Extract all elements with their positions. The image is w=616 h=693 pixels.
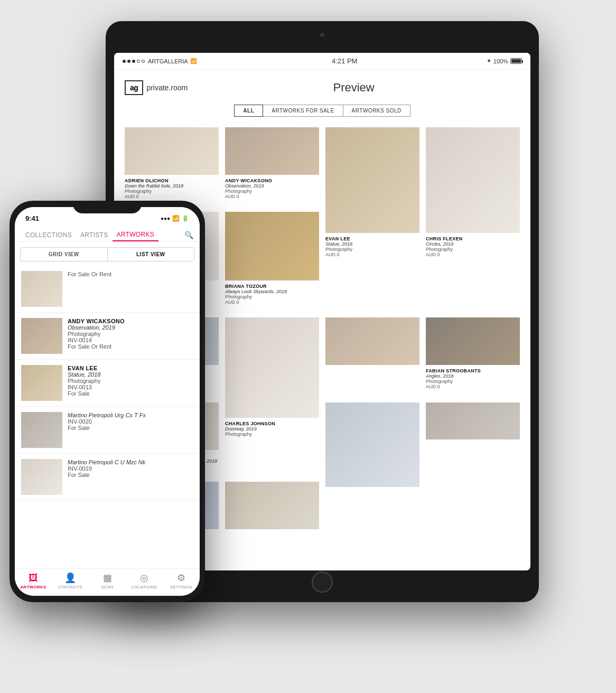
artwork-medium-0: Photography (125, 189, 219, 194)
phone-wifi-icon: 📶 (172, 215, 180, 222)
list-thumb-0 (21, 271, 62, 307)
list-title-3: Martino Pietropoli Urg Cs T Fx (68, 412, 193, 418)
nav-contacts[interactable]: 👤 CONTACTS (52, 572, 89, 589)
list-view-button[interactable]: LIST VIEW (108, 248, 194, 261)
list-status-0: For Sale Or Rent (68, 271, 193, 277)
tab-artworks[interactable]: ARTWORKS (113, 229, 159, 241)
artwork-card-3[interactable]: CHRIS FLEXEN Circles, 2019 Photography A… (426, 127, 520, 311)
signal-dot-1 (123, 60, 126, 63)
logo-box: ag (125, 80, 143, 95)
artwork-price-3: AUD 0 (426, 252, 520, 257)
artwork-image-14 (225, 482, 319, 529)
tablet-camera (320, 33, 324, 37)
signal-dot-4 (137, 60, 140, 63)
nav-artworks[interactable]: 🖼 ARTWORKS (15, 573, 52, 589)
list-info-3: Martino Pietropoli Urg Cs T Fx INV-0020 … (68, 412, 193, 431)
view-toggle: GRID VIEW LIST VIEW (20, 247, 194, 261)
artwork-image-11 (325, 402, 419, 487)
artwork-card-0[interactable]: ADRIEN OLICHON Down the Rabbit hole, 201… (125, 127, 219, 205)
battery-bar (510, 58, 522, 64)
list-thumb-2 (21, 365, 62, 401)
locations-nav-label: LOCATIONS (132, 585, 157, 589)
artwork-card-12[interactable] (426, 402, 520, 475)
phone-screen: 9:41 ●●● 📶 🔋 COLLECTIONS ARTISTS ARTWORK… (15, 207, 200, 596)
filter-sold[interactable]: ARTWORKS SOLD (343, 105, 410, 117)
carrier-name: ARTGALLERIA (148, 58, 188, 64)
artwork-price-0: AUD 0 (125, 194, 219, 199)
nav-settings[interactable]: ⚙ SETTINGS (163, 572, 200, 589)
artwork-image-0 (125, 127, 219, 175)
logo-name: private.room (146, 83, 188, 92)
list-title-4: Martino Pietropoli C U Mzc Nk (68, 459, 193, 465)
list-item-4[interactable]: Martino Pietropoli C U Mzc Nk INV-0019 F… (15, 454, 200, 501)
artwork-card-14[interactable] (225, 482, 319, 560)
settings-nav-icon: ⚙ (177, 572, 185, 584)
battery-pct: 100% (493, 58, 508, 64)
artwork-price-9: AUD 0 (426, 384, 520, 389)
list-medium-2: Photography (68, 378, 193, 384)
artwork-title-9: Angles, 2018 (426, 373, 520, 379)
artwork-price-1: AUD 0 (225, 194, 319, 199)
list-artist-1: ANDY WICAKSONO (68, 318, 193, 324)
signal-dot-3 (132, 60, 135, 63)
signal-dot-2 (127, 60, 130, 63)
list-item-1[interactable]: ANDY WICAKSONO Observation, 2019 Photogr… (15, 313, 200, 360)
artwork-image-1 (225, 127, 319, 175)
artwork-artist-7: CHARLES JOHNSON (225, 421, 319, 426)
list-item-2[interactable]: EVAN LEE Statue, 2018 Photography INV-00… (15, 360, 200, 407)
list-item-3[interactable]: Martino Pietropoli Urg Cs T Fx INV-0020 … (15, 407, 200, 454)
search-icon[interactable]: 🔍 (184, 231, 193, 239)
list-info-1: ANDY WICAKSONO Observation, 2019 Photogr… (68, 318, 193, 350)
artworks-nav-icon: 🖼 (29, 573, 38, 584)
artwork-medium-3: Photography (426, 247, 520, 252)
tab-artists[interactable]: ARTISTS (76, 229, 113, 241)
phone-tabs: COLLECTIONS ARTISTS ARTWORKS 🔍 (15, 224, 200, 242)
wifi-icon: 📶 (190, 58, 197, 64)
artwork-image-3 (426, 127, 520, 233)
list-inv-1: INV-0014 (68, 337, 193, 343)
bluetooth-icon: ✦ (487, 58, 491, 64)
artwork-artist-9: FABIAN STROOBANTS (426, 368, 520, 373)
artwork-card-1[interactable]: ANDY WICAKSONO Observation, 2019 Photogr… (225, 127, 319, 205)
signal-dot-5 (142, 60, 145, 63)
tablet-status-bar: ARTGALLERIA 📶 4:21 PM ✦ 100% (114, 53, 530, 70)
list-info-2: EVAN LEE Statue, 2018 Photography INV-00… (68, 365, 193, 397)
phone-device: 9:41 ●●● 📶 🔋 COLLECTIONS ARTISTS ARTWORK… (10, 201, 205, 602)
tab-collections[interactable]: COLLECTIONS (21, 229, 76, 241)
artwork-image-12 (426, 402, 520, 439)
nav-scan[interactable]: ▦ SCAN (89, 572, 126, 589)
artwork-medium-9: Photography (426, 379, 520, 384)
nav-locations[interactable]: ◎ LOCATIONS (126, 572, 163, 589)
list-title-2: Statue, 2018 (68, 371, 193, 378)
locations-nav-icon: ◎ (140, 572, 148, 584)
battery-fill (511, 59, 521, 63)
artwork-card-2[interactable]: EVAN LEE Statue, 2018 Photography AUD 0 (325, 127, 419, 311)
phone-artwork-list: For Sale Or Rent ANDY WICAKSONO Observat… (15, 266, 200, 568)
artwork-title-1: Observation, 2019 (225, 183, 319, 189)
artwork-image-8 (325, 317, 419, 365)
grid-view-button[interactable]: GRID VIEW (21, 248, 108, 261)
tablet-home-button[interactable] (312, 572, 333, 593)
artwork-card-9[interactable]: FABIAN STROOBANTS Angles, 2018 Photograp… (426, 317, 520, 396)
list-medium-1: Photography (68, 331, 193, 337)
list-item-0[interactable]: For Sale Or Rent (15, 266, 200, 313)
tablet-app-title: Preview (188, 81, 520, 95)
artwork-medium-5: Photography (225, 294, 319, 299)
list-artist-2: EVAN LEE (68, 365, 193, 371)
artwork-card-5[interactable]: BRIANA TOZOUR Always Look Skywards, 2018… (225, 212, 319, 311)
list-info-0: For Sale Or Rent (68, 271, 193, 277)
artwork-card-11[interactable] (325, 402, 419, 560)
filter-for-sale[interactable]: ARTWORKS FOR SALE (263, 105, 343, 117)
filter-all[interactable]: ALL (234, 105, 263, 117)
list-inv-4: INV-0019 (68, 465, 193, 472)
phone-status-right: ●●● 📶 🔋 (161, 215, 189, 222)
list-thumb-4 (21, 459, 62, 495)
list-status-3: For Sale (68, 425, 193, 431)
artwork-image-2 (325, 127, 419, 233)
artwork-card-7[interactable]: CHARLES JOHNSON Doorway, 2019 Photograph… (225, 317, 319, 475)
list-inv-2: INV-0013 (68, 384, 193, 390)
phone-bottom-nav: 🖼 ARTWORKS 👤 CONTACTS ▦ SCAN ◎ LOCATIONS… (15, 568, 200, 596)
artwork-title-2: Statue, 2018 (325, 241, 419, 247)
artwork-card-8[interactable] (325, 317, 419, 396)
list-status-2: For Sale (68, 390, 193, 397)
